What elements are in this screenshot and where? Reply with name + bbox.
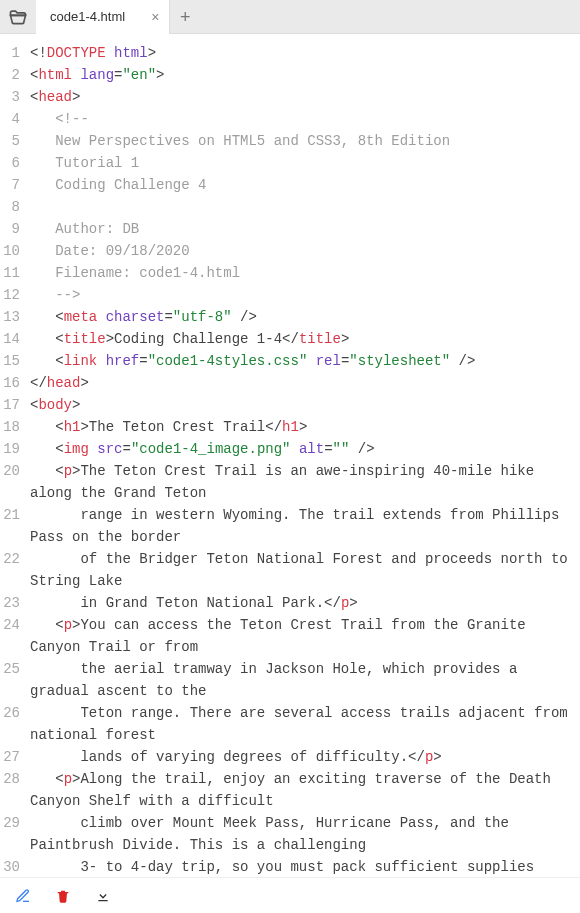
line-number: 1 (0, 42, 26, 64)
code-line[interactable]: <h1>The Teton Crest Trail</h1> (30, 416, 580, 438)
line-number: 8 (0, 196, 26, 218)
trash-icon (55, 888, 71, 904)
line-number: 10 (0, 240, 26, 262)
line-number: 5 (0, 130, 26, 152)
code-line[interactable]: <body> (30, 394, 580, 416)
code-line[interactable]: <p>The Teton Crest Trail is an awe-inspi… (30, 460, 580, 504)
line-number: 11 (0, 262, 26, 284)
code-line[interactable]: <meta charset="utf-8" /> (30, 306, 580, 328)
code-line[interactable]: <p>You can access the Teton Crest Trail … (30, 614, 580, 658)
line-number: 20 (0, 460, 26, 504)
line-number: 22 (0, 548, 26, 592)
code-line[interactable]: climb over Mount Meek Pass, Hurricane Pa… (30, 812, 580, 856)
open-folder-button[interactable] (0, 0, 36, 34)
code-line[interactable] (30, 196, 580, 218)
bottom-toolbar (0, 877, 580, 913)
code-line[interactable]: New Perspectives on HTML5 and CSS3, 8th … (30, 130, 580, 152)
line-number: 17 (0, 394, 26, 416)
tab-bar: code1-4.html × + (0, 0, 580, 34)
line-number: 9 (0, 218, 26, 240)
code-line[interactable]: <img src="code1-4_image.png" alt="" /> (30, 438, 580, 460)
line-number: 7 (0, 174, 26, 196)
folder-open-icon (8, 7, 28, 27)
code-line[interactable]: </head> (30, 372, 580, 394)
code-line[interactable]: Date: 09/18/2020 (30, 240, 580, 262)
code-line[interactable]: Tutorial 1 (30, 152, 580, 174)
code-line[interactable]: <p>Along the trail, enjoy an exciting tr… (30, 768, 580, 812)
line-number: 26 (0, 702, 26, 746)
line-number: 4 (0, 108, 26, 130)
line-number: 19 (0, 438, 26, 460)
line-number: 15 (0, 350, 26, 372)
file-tab[interactable]: code1-4.html × (36, 0, 170, 34)
code-line[interactable]: <!DOCTYPE html> (30, 42, 580, 64)
line-number: 12 (0, 284, 26, 306)
code-line[interactable]: Filename: code1-4.html (30, 262, 580, 284)
code-line[interactable]: the aerial tramway in Jackson Hole, whic… (30, 658, 580, 702)
delete-button[interactable] (54, 887, 72, 905)
code-area[interactable]: <!DOCTYPE html><html lang="en"><head> <!… (26, 34, 580, 877)
line-number: 21 (0, 504, 26, 548)
code-line[interactable]: Teton range. There are several access tr… (30, 702, 580, 746)
download-button[interactable] (94, 887, 112, 905)
code-editor[interactable]: 1234567891011121314151617181920212223242… (0, 34, 580, 877)
code-line[interactable]: 3- to 4-day trip, so you must pack suffi… (30, 856, 580, 877)
line-number: 2 (0, 64, 26, 86)
code-line[interactable]: in Grand Teton National Park.</p> (30, 592, 580, 614)
line-number: 28 (0, 768, 26, 812)
add-tab-button[interactable]: + (170, 8, 200, 26)
code-line[interactable]: <title>Coding Challenge 1-4</title> (30, 328, 580, 350)
code-line[interactable]: <link href="code1-4styles.css" rel="styl… (30, 350, 580, 372)
code-line[interactable]: <html lang="en"> (30, 64, 580, 86)
edit-button[interactable] (14, 887, 32, 905)
close-tab-button[interactable]: × (151, 10, 159, 24)
line-number: 25 (0, 658, 26, 702)
download-icon (95, 888, 111, 904)
line-number: 14 (0, 328, 26, 350)
code-line[interactable]: Coding Challenge 4 (30, 174, 580, 196)
line-number: 18 (0, 416, 26, 438)
line-number: 29 (0, 812, 26, 856)
line-number: 3 (0, 86, 26, 108)
line-number: 24 (0, 614, 26, 658)
tab-title: code1-4.html (50, 9, 125, 24)
code-line[interactable]: <head> (30, 86, 580, 108)
line-number: 23 (0, 592, 26, 614)
pencil-icon (15, 888, 31, 904)
line-number: 27 (0, 746, 26, 768)
code-line[interactable]: lands of varying degrees of difficulty.<… (30, 746, 580, 768)
code-line[interactable]: range in western Wyoming. The trail exte… (30, 504, 580, 548)
line-number: 6 (0, 152, 26, 174)
code-line[interactable]: of the Bridger Teton National Forest and… (30, 548, 580, 592)
line-gutter: 1234567891011121314151617181920212223242… (0, 34, 26, 877)
code-line[interactable]: Author: DB (30, 218, 580, 240)
code-line[interactable]: <!-- (30, 108, 580, 130)
line-number: 13 (0, 306, 26, 328)
line-number: 30 (0, 856, 26, 877)
code-line[interactable]: --> (30, 284, 580, 306)
line-number: 16 (0, 372, 26, 394)
